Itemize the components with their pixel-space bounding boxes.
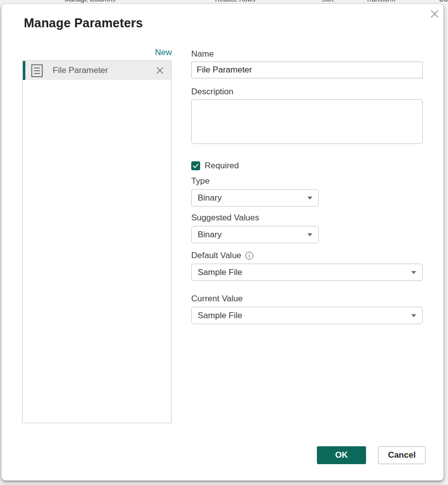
cancel-button[interactable]: Cancel [378, 446, 426, 464]
ribbon-group-label: Transform [366, 0, 395, 3]
selection-indicator [23, 61, 25, 80]
parameter-list-item[interactable]: File Parameter [23, 61, 171, 80]
required-checkbox[interactable] [191, 161, 200, 170]
parameter-name-label: File Parameter [53, 66, 155, 75]
default-value-label: Default Value i [191, 251, 423, 261]
name-label: Name [191, 49, 423, 59]
background-ribbon: Manage Columns Reduce Rows Sort Transfor… [0, 0, 448, 4]
current-value-dropdown[interactable]: Sample File [191, 307, 423, 324]
suggested-values-value: Binary [198, 230, 222, 240]
parameter-form: Name Description Required Type Binary Su… [191, 49, 423, 324]
description-label: Description [191, 87, 423, 97]
ribbon-group-label: Sort [322, 0, 334, 3]
chevron-down-icon [307, 233, 312, 236]
suggested-values-label: Suggested Values [191, 213, 423, 223]
parameter-list-panel: File Parameter [22, 60, 172, 423]
type-value: Binary [198, 193, 222, 203]
parameter-icon [31, 64, 43, 77]
suggested-values-dropdown[interactable]: Binary [191, 226, 319, 243]
new-parameter-link[interactable]: New [22, 48, 172, 58]
current-value-label: Current Value [191, 294, 423, 304]
current-value-value: Sample File [198, 311, 242, 321]
required-row: Required [191, 161, 423, 171]
required-label: Required [205, 161, 239, 171]
default-value-value: Sample File [198, 268, 242, 277]
chevron-down-icon [307, 197, 312, 200]
ribbon-group-label: Reduce Rows [215, 0, 255, 3]
close-icon [430, 9, 440, 19]
default-value-dropdown[interactable]: Sample File [191, 264, 423, 281]
ribbon-group-label: Manage Columns [65, 0, 115, 3]
close-button[interactable] [428, 7, 442, 21]
delete-parameter-button[interactable] [155, 66, 165, 75]
type-dropdown[interactable]: Binary [191, 189, 319, 207]
chevron-down-icon [411, 314, 416, 317]
info-icon: i [245, 252, 253, 260]
check-icon [193, 163, 199, 168]
name-input[interactable] [191, 62, 423, 78]
dialog-title: Manage Parameters [24, 16, 143, 30]
manage-parameters-dialog: Manage Parameters New File Parameter [1, 4, 444, 481]
type-label: Type [191, 176, 423, 186]
chevron-down-icon [411, 271, 416, 274]
ribbon-group-label: Combine [439, 0, 448, 3]
ok-button[interactable]: OK [317, 446, 366, 464]
delete-icon [156, 67, 164, 74]
description-input[interactable] [191, 99, 423, 144]
